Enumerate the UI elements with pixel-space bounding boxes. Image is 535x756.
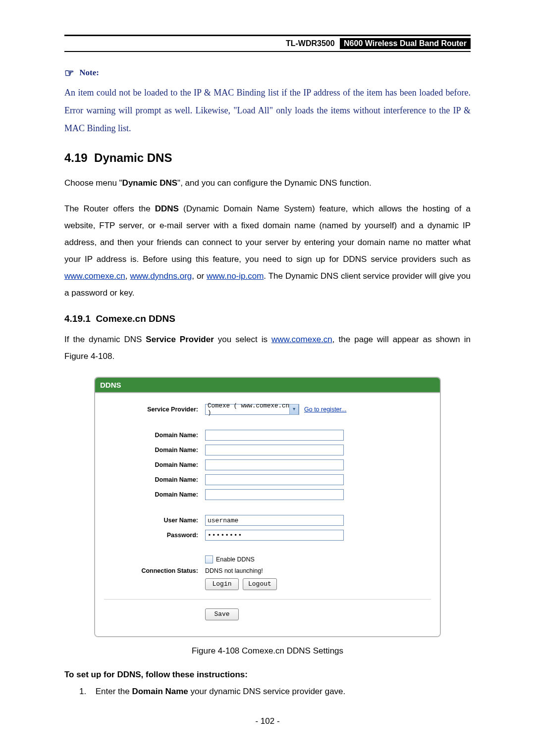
header-title: N600 Wireless Dual Band Router: [340, 38, 471, 49]
section-number: 4.19: [64, 151, 88, 164]
subsection-title: Comexe.cn DDNS: [96, 313, 175, 324]
label-domain-name-3: Domain Name:: [104, 461, 205, 468]
figure-caption: Figure 4-108 Comexe.cn DDNS Settings: [64, 646, 471, 656]
service-provider-select[interactable]: Comexe ( www.comexe.cn ) ▼: [205, 404, 299, 415]
header-model: TL-WDR3500: [286, 39, 338, 48]
domain-name-input-1[interactable]: [205, 430, 344, 441]
ddns-panel: DDNS Service Provider: Comexe ( www.come…: [94, 377, 441, 637]
service-provider-value: Comexe ( www.comexe.cn ): [208, 403, 289, 416]
domain-name-input-5[interactable]: [205, 489, 344, 500]
intro-paragraph-1: Choose menu "Dynamic DNS", and you can c…: [64, 175, 471, 192]
enable-ddns-checkbox[interactable]: [205, 555, 213, 563]
subsection-paragraph: If the dynamic DNS Service Provider you …: [64, 331, 471, 365]
pointing-hand-icon: ☞: [64, 67, 74, 79]
username-input[interactable]: [205, 515, 344, 526]
subsection-heading: 4.19.1 Comexe.cn DDNS: [64, 313, 471, 324]
password-input[interactable]: [205, 530, 344, 541]
setup-heading: To set up for DDNS, follow these instruc…: [64, 670, 471, 680]
ddns-panel-title: DDNS: [95, 378, 440, 393]
label-domain-name-2: Domain Name:: [104, 447, 205, 454]
section-title: Dynamic DNS: [94, 151, 172, 164]
enable-ddns-label: Enable DDNS: [216, 556, 255, 563]
label-domain-name-5: Domain Name:: [104, 491, 205, 498]
link-comexe[interactable]: www.comexe.cn: [64, 271, 125, 281]
note-body: An item could not be loaded to the IP & …: [64, 84, 471, 137]
save-button[interactable]: Save: [205, 608, 239, 620]
subsection-number: 4.19.1: [64, 313, 91, 324]
domain-name-input-4[interactable]: [205, 474, 344, 485]
link-comexe-2[interactable]: www.comexe.cn: [271, 335, 332, 344]
page-number: - 102 -: [64, 716, 471, 726]
link-dyndns[interactable]: www.dyndns.org: [130, 271, 192, 281]
section-heading: 4.19 Dynamic DNS: [64, 151, 471, 165]
label-domain-name-1: Domain Name:: [104, 432, 205, 439]
step-1: 1. Enter the Domain Name your dynamic DN…: [79, 687, 471, 697]
intro-paragraph-2: The Router offers the DDNS (Dynamic Doma…: [64, 201, 471, 302]
go-to-register-link[interactable]: Go to register...: [304, 406, 346, 413]
chevron-down-icon: ▼: [289, 404, 299, 415]
label-user-name: User Name:: [104, 517, 205, 524]
domain-name-input-2[interactable]: [205, 445, 344, 455]
note-heading: ☞ Note:: [64, 67, 471, 80]
link-noip[interactable]: www.no-ip.com: [207, 271, 264, 281]
login-button[interactable]: Login: [205, 578, 239, 590]
label-service-provider: Service Provider:: [104, 406, 205, 413]
label-password: Password:: [104, 532, 205, 539]
label-domain-name-4: Domain Name:: [104, 476, 205, 483]
label-connection-status: Connection Status:: [104, 567, 205, 574]
domain-name-input-3[interactable]: [205, 459, 344, 470]
connection-status-value: DDNS not launching!: [205, 567, 263, 574]
logout-button[interactable]: Logout: [243, 578, 277, 590]
note-label: Note:: [79, 68, 99, 77]
